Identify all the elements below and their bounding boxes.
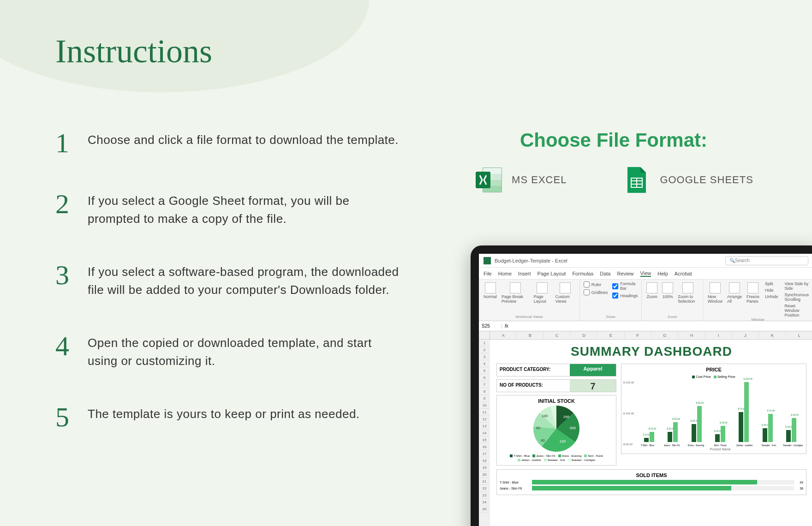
ribbon-custom-views-button[interactable]: Custom Views [555, 281, 576, 305]
ribbon-page-layout-button[interactable]: Page Layout [533, 281, 552, 305]
menu-insert[interactable]: Insert [518, 271, 531, 276]
row-header[interactable]: 7 [479, 381, 490, 388]
row-header[interactable]: 20 [479, 471, 490, 478]
sold-bar-label: T-Shirt - Blue [500, 481, 532, 484]
bar-group: $ 45.00$ 90.00 [687, 406, 706, 442]
panel-initial-stock: INITIAL STOCK 150 200 120 80 100 80 [496, 395, 616, 466]
ribbon-hide-button[interactable]: Hide [765, 288, 778, 293]
ribbon-arrange-all-button[interactable]: Arrange All [726, 281, 743, 317]
sold-bar-label: Jeans - Slim Fit [500, 487, 532, 490]
cell-reference[interactable]: S25 [479, 323, 502, 329]
row-header[interactable]: 12 [479, 416, 490, 423]
row-header[interactable]: 13 [479, 423, 490, 430]
select-all-corner[interactable] [479, 331, 490, 339]
menu-acrobat[interactable]: Acrobat [675, 271, 692, 276]
format-option-excel[interactable]: MS EXCEL [474, 165, 567, 195]
col-header[interactable]: A [490, 331, 517, 339]
row-header[interactable]: 2 [479, 347, 490, 353]
row-header[interactable]: 15 [479, 436, 490, 443]
col-header[interactable]: K [759, 331, 786, 339]
bar-sell: $ 70.00 [768, 414, 773, 442]
check-formula-bar[interactable]: Formula Bar [612, 281, 638, 291]
panel-sold-items: SOLD ITEMS T-Shirt - Blue43Jeans - Slim … [496, 469, 806, 495]
format-option-sheets[interactable]: GOOGLE SHEETS [622, 165, 753, 195]
row-header[interactable]: 22 [479, 485, 490, 492]
row-header[interactable]: 9 [479, 395, 490, 402]
menu-view[interactable]: View [640, 270, 651, 277]
ribbon-page-break-button[interactable]: Page Break Preview [501, 281, 530, 305]
ribbon-unhide-button[interactable]: Unhide [765, 294, 778, 299]
bar-group: $ 25.00$ 50.00 [663, 422, 682, 442]
row-header[interactable]: 4 [479, 360, 490, 367]
col-header[interactable]: F [625, 331, 651, 339]
col-header[interactable]: H [678, 331, 705, 339]
menu-review[interactable]: Review [617, 271, 633, 276]
legend-swatch [510, 454, 513, 457]
col-header[interactable]: D [571, 331, 597, 339]
col-header[interactable]: L [786, 331, 812, 339]
row-header[interactable]: 23 [479, 492, 490, 499]
search-input[interactable]: 🔍 Search [725, 256, 808, 265]
row-header[interactable]: 8 [479, 388, 490, 395]
column-headers: A B C D E F G H I J K L [479, 331, 812, 340]
page-layout-icon [537, 282, 548, 293]
row-header[interactable]: 19 [479, 464, 490, 471]
ribbon-split-button[interactable]: Split [765, 281, 778, 286]
check-ruler[interactable]: Ruler [584, 281, 608, 287]
col-header[interactable]: I [705, 331, 732, 339]
legend-swatch [544, 459, 547, 461]
check-gridlines[interactable]: Gridlines [584, 289, 608, 295]
row-header[interactable]: 5 [479, 367, 490, 374]
sold-bar-track [532, 480, 794, 484]
row-header[interactable]: 24 [479, 499, 490, 506]
ribbon-group-label: Zoom [645, 315, 699, 319]
ribbon-100-button[interactable]: 100% [661, 281, 674, 305]
ribbon-zoom-selection-button[interactable]: Zoom to Selection [677, 281, 699, 305]
row-header[interactable]: 25 [479, 506, 490, 513]
col-header[interactable]: G [651, 331, 678, 339]
col-header[interactable]: B [517, 331, 543, 339]
ribbon-reset-window-button[interactable]: Reset Window Position [784, 304, 809, 317]
row-header[interactable]: 10 [479, 402, 490, 409]
bar-sell: $ 40.00 [721, 426, 725, 442]
normal-view-icon [485, 282, 496, 293]
initial-stock-title: INITIAL STOCK [500, 398, 613, 404]
bar-cost: $ 25.00 [668, 432, 672, 442]
format-title: Choose File Format: [452, 129, 775, 151]
ribbon-view-side-button[interactable]: View Side by Side [784, 281, 809, 291]
legend-swatch [714, 376, 716, 378]
bar-data-label: $ 40.00 [720, 421, 728, 424]
col-header[interactable]: J [732, 331, 759, 339]
row-header[interactable]: 3 [479, 353, 490, 360]
menu-formulas[interactable]: Formulas [572, 271, 593, 276]
ribbon-zoom-button[interactable]: Zoom [645, 281, 658, 305]
row-header[interactable]: 1 [479, 340, 490, 347]
sold-bar-fill [532, 480, 757, 484]
row-header[interactable]: 6 [479, 374, 490, 381]
row-header[interactable]: 11 [479, 409, 490, 416]
menu-data[interactable]: Data [600, 271, 610, 276]
row-header[interactable]: 18 [479, 457, 490, 464]
category-label: PRODUCT CATEGORY: [497, 364, 570, 376]
menu-home[interactable]: Home [498, 271, 512, 276]
menu-page-layout[interactable]: Page Layout [537, 271, 566, 276]
col-header[interactable]: E [597, 331, 624, 339]
laptop-mockup: Budget-Ledger-Template - Excel 🔍 Search … [471, 245, 812, 526]
sold-bar-fill [532, 486, 731, 490]
row-header[interactable]: 21 [479, 478, 490, 485]
ribbon-sync-scroll-button[interactable]: Synchronous Scrolling [784, 293, 809, 302]
ribbon-normal-button[interactable]: Normal [483, 281, 498, 305]
bar-cost: $ 35.00 [763, 428, 767, 442]
custom-views-icon [560, 282, 571, 293]
row-header[interactable]: 16 [479, 443, 490, 450]
check-headings[interactable]: Headings [612, 293, 638, 299]
menu-file[interactable]: File [484, 271, 492, 276]
ribbon-freeze-panes-button[interactable]: Freeze Panes [746, 281, 760, 317]
ribbon-new-window-button[interactable]: New Window [707, 281, 723, 317]
bar-cost: $ 45.00 [692, 424, 696, 442]
row-header[interactable]: 14 [479, 430, 490, 436]
menu-help[interactable]: Help [657, 271, 668, 276]
row-header[interactable]: 17 [479, 450, 490, 457]
bar-data-label: $ 25.00 [649, 427, 657, 430]
col-header[interactable]: C [544, 331, 571, 339]
